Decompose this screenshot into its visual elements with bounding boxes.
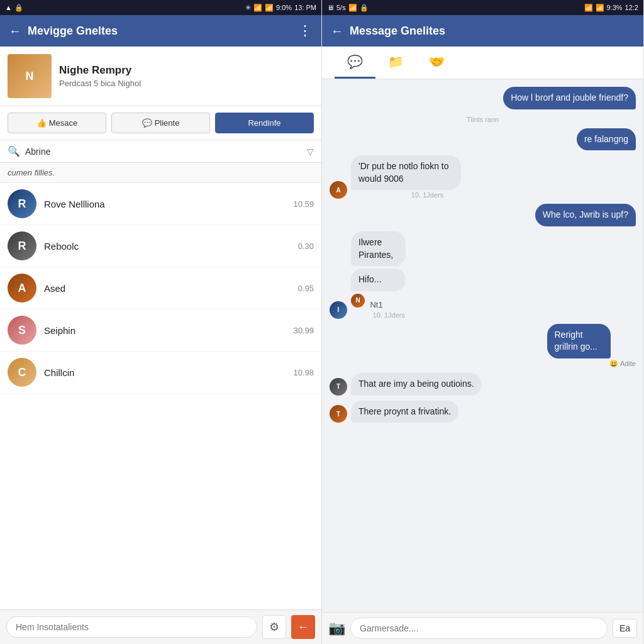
rendinfe-button[interactable]: Rendinfe [215, 113, 314, 133]
avatar: R [8, 231, 36, 260]
action-buttons: 👍 Mesace 💬 Pliente Rendinfe [0, 106, 321, 140]
message-bubble: 'Dr put be notlo fiokn to would 9006 [351, 155, 461, 190]
list-item[interactable]: C Chillcin 10.98 [0, 352, 321, 394]
message-row: T There proynt a frivatink. [330, 401, 636, 423]
message-bubble: How l brorf and jouble friendf? [503, 87, 636, 109]
message-row: A 'Dr put be notlo fiokn to would 9006 1… [330, 155, 636, 199]
right-status-left: 🖥 5/s 📶 🔒 [327, 4, 369, 12]
avatar: C [8, 358, 36, 387]
message-button[interactable]: 👍 Mesace [8, 113, 106, 133]
left-status-right: ✳ 📶 📶 9:0% 13: PM [245, 4, 316, 12]
message-bubble: There proynt a frivatink. [351, 401, 458, 423]
list-item[interactable]: R Reboolc 0.30 [0, 225, 321, 267]
lock-icon-right: 🔒 [360, 4, 369, 12]
chat-messages: How l brorf and jouble friendf? Tlints r… [322, 79, 643, 612]
avatar-inline: N [351, 294, 365, 308]
camera-icon[interactable]: 📷 [328, 620, 345, 636]
sim-icon: 📶 [348, 4, 357, 12]
files-tab-icon: 📁 [388, 55, 404, 69]
avatar: R [8, 189, 36, 218]
contacts-tab-icon: 🤝 [429, 55, 445, 69]
message-group-sent: Reright grillrin go... 😀 Adite [547, 324, 636, 368]
contact-time: 10.59 [293, 199, 314, 209]
list-item[interactable]: S Seiphin 30.99 [0, 309, 321, 352]
profile-initials: N [8, 54, 52, 98]
message-row: I Ilwere Pirantes, Hifo... N Nt1 10. 1Jd… [330, 231, 636, 319]
message-bubble: re falangng [577, 128, 636, 151]
right-header-left: ← Message Gnelites [331, 24, 445, 38]
right-header: ← Message Gnelites [322, 15, 643, 47]
message-group: 'Dr put be notlo fiokn to would 9006 10.… [351, 155, 504, 199]
left-header: ← Mevigge Gneltes ⋮ [0, 15, 321, 47]
send-button-left[interactable]: ← [291, 615, 315, 639]
left-header-left: ← Mevigge Gneltes [9, 24, 118, 38]
message-bubble: Ilwere Pirantes, [351, 231, 406, 266]
more-options-left[interactable]: ⋮ [298, 23, 313, 39]
right-status-right: 📶 📶 9:3% 12:2 [584, 4, 639, 12]
message-row: re falangng [330, 128, 636, 151]
search-icon: 🔍 [8, 145, 20, 157]
cliente-button[interactable]: 💬 Pliente [111, 113, 210, 133]
chat-bottom-bar: 📷 Ea [322, 612, 643, 644]
wifi-icon-right: 📶 [584, 4, 593, 12]
tab-contacts[interactable]: 🤝 [416, 47, 457, 79]
search-input[interactable] [25, 147, 302, 157]
message-row: T That are imy a being outioins. [330, 373, 636, 396]
back-button-left[interactable]: ← [9, 24, 21, 38]
chat-tabs: 💬 📁 🤝 [322, 47, 643, 79]
list-item[interactable]: R Rove Nellliona 10.59 [0, 183, 321, 225]
profile-image: N [8, 54, 52, 98]
message-bubble: Whe lco, Jwrib is upf? [535, 204, 636, 226]
contact-name: Chillcin [44, 367, 293, 378]
chat-input[interactable] [350, 618, 608, 639]
messages-tab-icon: 💬 [347, 55, 363, 69]
chevron-down-icon[interactable]: ▽ [307, 147, 314, 157]
message-bubble: Hifo... [351, 269, 406, 291]
gear-icon: ⚙ [269, 620, 279, 634]
left-status-left: ▲ 🔒 [5, 4, 23, 12]
message-timestamp: 10. 1Jders [351, 191, 504, 199]
send-text-button[interactable]: Ea [613, 619, 637, 638]
avatar: I [330, 301, 347, 319]
signal-icon-right: 📶 [596, 4, 604, 12]
lock-icon: 🔒 [14, 4, 23, 12]
inline-text: Nt1 [370, 300, 382, 309]
left-panel: ▲ 🔒 ✳ 📶 📶 9:0% 13: PM ← Mevigge Gneltes … [0, 0, 322, 644]
contact-name: Rove Nellliona [44, 199, 293, 209]
search-bar: 🔍 ▽ [0, 140, 321, 163]
message-row: How l brorf and jouble friendf? [330, 87, 636, 109]
speech-icon: 💬 [142, 118, 152, 128]
settings-button[interactable]: ⚙ [262, 615, 286, 639]
battery-left: 9:0% [276, 4, 292, 11]
message-timestamp: 10. 1Jders [351, 311, 426, 319]
time-right: 12:2 [625, 4, 638, 11]
avatar: A [8, 274, 36, 303]
time-left: 13: PM [294, 4, 316, 11]
right-status-bar: 🖥 5/s 📶 🔒 📶 📶 9:3% 12:2 [322, 0, 643, 15]
screen-icon: 🖥 [327, 4, 334, 11]
left-header-title: Mevigge Gneltes [28, 25, 118, 38]
signal-right: 5/s [336, 4, 346, 11]
back-button-right[interactable]: ← [331, 24, 343, 38]
reaction-label: 😀 Adite [547, 360, 636, 368]
contact-name: Seiphin [44, 325, 293, 336]
message-row: Reright grillrin go... 😀 Adite [330, 324, 636, 368]
battery-right: 9:3% [607, 4, 623, 11]
contact-name: Reboolc [44, 241, 298, 252]
message-row: Whe lco, Jwrib is upf? [330, 204, 636, 226]
tab-files[interactable]: 📁 [375, 47, 416, 79]
contact-time: 10.98 [293, 368, 314, 377]
send-icon: ← [297, 621, 309, 634]
right-panel: 🖥 5/s 📶 🔒 📶 📶 9:3% 12:2 ← Message Gnelit… [322, 0, 644, 644]
message-group: Ilwere Pirantes, Hifo... N Nt1 10. 1Jder… [351, 231, 426, 319]
profile-section: N Nighe Rempry Perdcast 5 bica Nighol [0, 47, 321, 106]
list-item[interactable]: A Ased 0.95 [0, 267, 321, 309]
contact-list: R Rove Nellliona 10.59 R Reboolc 0.30 A … [0, 183, 321, 609]
left-chat-input[interactable] [6, 616, 257, 638]
contact-time: 30.99 [293, 326, 314, 335]
section-label: cumen fillies. [0, 163, 321, 183]
tab-messages[interactable]: 💬 [335, 47, 375, 79]
profile-avatar: N [8, 54, 52, 98]
profile-subtitle: Perdcast 5 bica Nighol [59, 79, 314, 88]
avatar: A [330, 181, 347, 199]
